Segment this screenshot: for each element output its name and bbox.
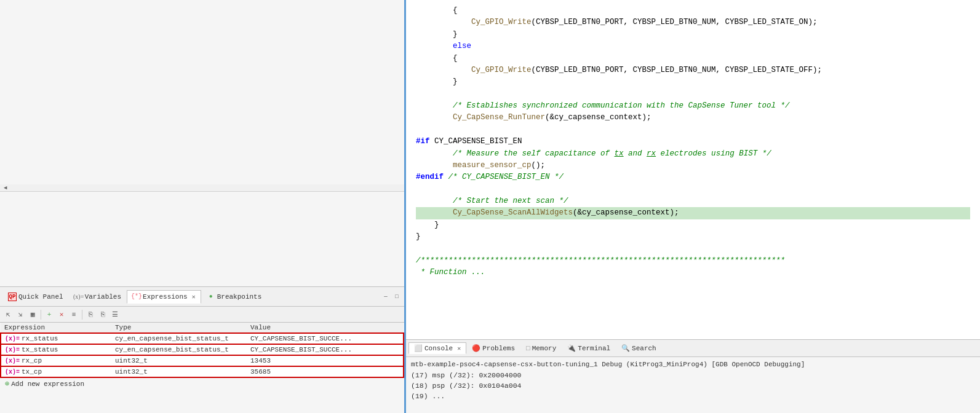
console-line: (18) psp (/32): 0x0104a004 <box>411 380 975 391</box>
tab-search[interactable]: 🔍 Search <box>616 342 662 354</box>
code-line <box>416 243 970 255</box>
expressions-badge: ✕ <box>192 293 196 301</box>
code-line: } <box>416 29 970 41</box>
maximize-button[interactable]: □ <box>392 293 402 301</box>
add-expression-label: Add new expression <box>11 380 84 388</box>
scroll-arrows-bar: ◀ ▶ <box>0 184 404 192</box>
table-row[interactable]: (x)= rx_status cy_en_capsense_bist_statu… <box>1 333 404 344</box>
left-panel: ◀ ▶ QP Quick Panel <box>0 0 406 413</box>
tab-quick-panel[interactable]: QP Quick Panel <box>2 290 69 304</box>
left-top-spacer: ◀ ▶ <box>0 0 404 286</box>
code-line: { <box>416 5 970 17</box>
tab-console-label: Console <box>424 345 453 352</box>
code-line: } <box>416 219 970 231</box>
variables-icon: (x)= <box>74 293 83 301</box>
expr-icon: (x)= <box>5 369 20 376</box>
add-expression-row[interactable]: ⊕ Add new expression <box>1 377 404 390</box>
expr-icon: (x)= <box>5 336 20 342</box>
menu-button[interactable]: ☰ <box>110 309 121 320</box>
quick-panel-icon: QP <box>8 293 17 301</box>
code-line: Cy_GPIO_Write(CYBSP_LED_BTN0_PORT, CYBSP… <box>416 17 970 28</box>
expr-type: uint32_t <box>111 366 247 377</box>
expr-name-cell: (x)= rx_cp <box>1 355 111 366</box>
code-line: #endif /* CY_CAPSENSE_BIST_EN */ <box>416 171 970 183</box>
expr-value: CY_CAPSENSE_BIST_SUCCE... <box>247 333 404 344</box>
tab-console[interactable]: ⬜ Console ✕ <box>408 342 466 354</box>
tab-search-label: Search <box>632 345 656 352</box>
toolbar-sep-1 <box>41 310 41 320</box>
tab-variables[interactable]: (x)= Variables <box>69 290 127 304</box>
console-area: ⬜ Console ✕ 🔴 Problems □ Memory 🔌 Termin… <box>406 339 980 413</box>
tab-variables-label: Variables <box>85 293 121 301</box>
code-editor[interactable]: { Cy_GPIO_Write(CYBSP_LED_BTN0_PORT, CYB… <box>406 0 980 339</box>
console-output: mtb-example-psoc4-capsense-csx-button-tu… <box>406 357 980 413</box>
copy-button[interactable]: ⎘ <box>85 309 96 320</box>
expr-name: rx_status <box>22 335 58 342</box>
code-line: /***************************************… <box>416 255 970 267</box>
minimize-button[interactable]: — <box>381 293 391 301</box>
code-line-highlighted: Cy_CapSense_ScanAllWidgets(&cy_capsense_… <box>416 207 970 219</box>
expr-icon: (x)= <box>5 358 20 364</box>
code-line: * Function ... <box>416 267 970 278</box>
tab-memory[interactable]: □ Memory <box>520 343 562 354</box>
problems-icon: 🔴 <box>472 344 480 352</box>
code-line: else <box>416 41 970 52</box>
expand-all-button[interactable]: ⇲ <box>15 309 26 320</box>
add-icon: ⊕ <box>5 379 9 388</box>
tab-problems-label: Problems <box>482 345 515 352</box>
expressions-icon: {*} <box>132 293 141 301</box>
console-line: (19) ... <box>411 391 975 401</box>
add-expression-button[interactable]: + <box>44 309 55 320</box>
console-tab-bar: ⬜ Console ✕ 🔴 Problems □ Memory 🔌 Termin… <box>406 340 980 357</box>
col-type: Type <box>111 323 247 333</box>
code-line <box>416 124 970 136</box>
tab-problems[interactable]: 🔴 Problems <box>466 342 520 354</box>
add-expression-cell[interactable]: ⊕ Add new expression <box>1 377 404 390</box>
tab-expressions[interactable]: {*} Expressions ✕ <box>127 290 201 304</box>
table-row[interactable]: (x)= tx_cp uint32_t 35685 <box>1 366 404 377</box>
expr-name-cell: (x)= tx_cp <box>1 366 111 377</box>
remove-all-button[interactable]: ≡ <box>68 309 79 320</box>
console-line: mtb-example-psoc4-capsense-csx-button-tu… <box>411 360 975 370</box>
table-row-empty <box>1 390 404 401</box>
code-line: /* Measure the self capacitance of tx an… <box>416 148 970 160</box>
expr-value: CY_CAPSENSE_BIST_SUCCE... <box>247 344 404 355</box>
collapse-all-button[interactable]: ⇱ <box>2 309 14 320</box>
remove-expression-button[interactable]: ✕ <box>56 309 67 320</box>
code-line: measure_sensor_cp(); <box>416 160 970 171</box>
col-value: Value <box>247 323 404 333</box>
expr-icon: (x)= <box>5 347 20 353</box>
table-row[interactable]: (x)= rx_cp uint32_t 13453 <box>1 355 404 366</box>
table-row-empty <box>1 401 404 412</box>
breakpoints-icon: ● <box>207 293 215 301</box>
search-icon: 🔍 <box>621 344 630 352</box>
code-line: Cy_GPIO_Write(CYBSP_LED_BTN0_PORT, CYBSP… <box>416 65 970 76</box>
code-content: { Cy_GPIO_Write(CYBSP_LED_BTN0_PORT, CYB… <box>406 0 980 284</box>
code-line: } <box>416 76 970 88</box>
expr-value: 13453 <box>247 355 404 366</box>
tab-breakpoints[interactable]: ● Breakpoints <box>201 290 268 304</box>
console-line: (17) msp (/32): 0x20004000 <box>411 370 975 380</box>
console-monitor-icon: ⬜ <box>414 344 423 352</box>
expr-type: cy_en_capsense_bist_status_t <box>111 333 247 344</box>
expressions-toolbar: ⇱ ⇲ ▦ + ✕ ≡ ⎘ ⎘ ☰ <box>0 307 404 323</box>
table-row[interactable]: (x)= tx_status cy_en_capsense_bist_statu… <box>1 344 404 355</box>
console-close-icon[interactable]: ✕ <box>457 345 461 352</box>
paste-button[interactable]: ⎘ <box>97 309 108 320</box>
expr-name-cell: (x)= tx_status <box>1 344 111 355</box>
expressions-table-container: Expression Type Value (x)= rx_status <box>0 323 404 413</box>
expr-type: uint32_t <box>111 355 247 366</box>
code-line: { <box>416 53 970 65</box>
scroll-left-arrow[interactable]: ◀ <box>2 184 8 191</box>
tab-breakpoints-label: Breakpoints <box>217 293 262 301</box>
terminal-icon: 🔌 <box>567 344 576 352</box>
expr-type: cy_en_capsense_bist_status_t <box>111 344 247 355</box>
tab-memory-label: Memory <box>532 345 557 352</box>
code-line: } <box>416 231 970 243</box>
tab-terminal[interactable]: 🔌 Terminal <box>562 342 616 354</box>
tab-bar: QP Quick Panel (x)= Variables {*} Expres… <box>0 287 404 307</box>
tab-terminal-label: Terminal <box>578 345 610 352</box>
select-button[interactable]: ▦ <box>27 309 38 320</box>
memory-icon: □ <box>526 345 530 352</box>
code-line: /* Establishes synchronized communicatio… <box>416 100 970 112</box>
